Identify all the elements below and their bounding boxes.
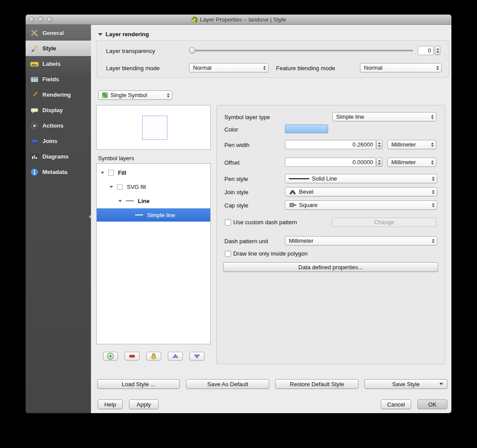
load-style-button[interactable]: Load Style ... bbox=[97, 379, 180, 389]
tree-row-line[interactable]: Line bbox=[97, 194, 210, 207]
data-defined-properties-button[interactable]: Data defined properties... bbox=[223, 262, 438, 272]
combo-arrows-icon bbox=[167, 93, 170, 98]
cap-style-value: Square bbox=[299, 202, 318, 208]
pen-width-field[interactable]: 0.26000 bbox=[285, 140, 376, 149]
arrow-up-icon bbox=[171, 352, 179, 360]
pen-style-value: Solid Line bbox=[312, 175, 337, 182]
actions-gear-icon bbox=[30, 121, 39, 130]
custom-dash-checkbox[interactable] bbox=[225, 219, 231, 226]
plus-icon bbox=[106, 352, 114, 360]
solid-line-sample-icon bbox=[289, 178, 309, 179]
offset-stepper[interactable] bbox=[376, 158, 382, 167]
sidebar-item-style[interactable]: Style bbox=[26, 41, 91, 56]
sidebar-item-label: Display bbox=[42, 107, 63, 113]
color-label: Color bbox=[224, 126, 238, 133]
sidebar-item-metadata[interactable]: Metadata bbox=[26, 164, 91, 180]
fill-swatch-icon bbox=[108, 170, 114, 176]
add-symbol-layer-button[interactable] bbox=[103, 352, 118, 361]
load-style-label: Load Style ... bbox=[122, 381, 155, 388]
offset-unit-select[interactable]: Millimeter bbox=[387, 158, 436, 167]
stepper-down-icon[interactable] bbox=[436, 51, 439, 53]
sidebar-item-diagrams[interactable]: Diagrams bbox=[26, 149, 91, 164]
cap-style-select[interactable]: Square bbox=[285, 200, 437, 210]
wrench-hammer-icon bbox=[30, 29, 39, 38]
qgis-app-icon bbox=[191, 16, 198, 23]
pen-width-stepper[interactable] bbox=[376, 140, 382, 149]
tree-row-label: Simple line bbox=[147, 212, 175, 218]
minus-icon bbox=[128, 352, 136, 360]
expand-triangle-icon[interactable] bbox=[101, 172, 104, 174]
color-swatch-button[interactable] bbox=[285, 124, 328, 133]
cancel-button[interactable]: Cancel bbox=[381, 399, 411, 409]
transparency-slider-track[interactable] bbox=[189, 50, 413, 52]
line-swatch-icon bbox=[126, 200, 134, 201]
splitter-handle[interactable] bbox=[89, 215, 91, 219]
offset-field[interactable]: 0.00000 bbox=[285, 158, 376, 167]
move-up-button[interactable] bbox=[168, 352, 183, 361]
transparency-slider-thumb[interactable] bbox=[189, 47, 196, 54]
tree-row-simple-line[interactable]: Simple line bbox=[97, 208, 210, 222]
remove-symbol-layer-button[interactable] bbox=[125, 352, 140, 361]
window-title: Layer Properties – landuse | Style bbox=[200, 16, 286, 23]
lock-color-button[interactable] bbox=[146, 352, 161, 361]
restore-default-label: Restore Default Style bbox=[290, 381, 344, 388]
collapse-triangle-icon bbox=[98, 33, 102, 36]
renderer-select[interactable]: Single Symbol bbox=[98, 90, 172, 100]
draw-inside-polygon-checkbox[interactable] bbox=[225, 251, 231, 257]
tree-row-svg-fill[interactable]: SVG fill bbox=[97, 180, 210, 193]
sidebar-item-joins[interactable]: Joins bbox=[26, 133, 91, 149]
apply-button[interactable]: Apply bbox=[129, 399, 159, 409]
symbol-preview-polygon bbox=[142, 116, 167, 140]
sidebar-item-labels[interactable]: abc Labels bbox=[26, 56, 91, 72]
sidebar-item-label: Metadata bbox=[42, 169, 67, 175]
stepper-up-icon[interactable] bbox=[378, 142, 381, 144]
change-dash-button[interactable]: Change bbox=[332, 218, 436, 227]
sidebar-item-general[interactable]: General bbox=[26, 25, 91, 41]
layer-transparency-label: Layer transparency bbox=[106, 48, 155, 54]
pen-width-unit-value: Millimeter bbox=[391, 141, 416, 148]
layer-rendering-header[interactable]: Layer rendering bbox=[98, 31, 149, 38]
sidebar-item-display[interactable]: Display bbox=[26, 102, 91, 118]
symbol-layer-type-select[interactable]: Simple line bbox=[332, 112, 436, 121]
save-as-default-button[interactable]: Save As Default bbox=[186, 379, 269, 389]
feature-blending-label: Feature blending mode bbox=[276, 65, 335, 72]
change-button-label: Change bbox=[374, 219, 394, 226]
restore-default-style-button[interactable]: Restore Default Style bbox=[275, 379, 359, 389]
pen-style-select[interactable]: Solid Line bbox=[285, 174, 437, 183]
transparency-stepper[interactable] bbox=[435, 46, 440, 55]
renderer-value: Single Symbol bbox=[110, 92, 147, 98]
dash-pattern-unit-select[interactable]: Millimeter bbox=[285, 236, 437, 245]
join-style-select[interactable]: Bevel bbox=[285, 187, 437, 196]
combo-arrows-icon bbox=[432, 190, 435, 194]
dash-pattern-unit-value: Millimeter bbox=[289, 237, 314, 244]
pen-width-unit-select[interactable]: Millimeter bbox=[387, 140, 436, 149]
feature-blending-select[interactable]: Normal bbox=[360, 63, 442, 72]
stepper-up-icon[interactable] bbox=[378, 160, 381, 162]
sidebar-item-rendering[interactable]: Rendering bbox=[26, 87, 91, 102]
sidebar-item-label: General bbox=[42, 30, 64, 36]
combo-arrows-icon bbox=[431, 115, 434, 119]
sidebar-item-label: Fields bbox=[42, 76, 59, 83]
save-style-button[interactable]: Save Style bbox=[364, 379, 447, 389]
ok-button[interactable]: OK bbox=[417, 399, 447, 409]
move-down-button[interactable] bbox=[189, 352, 204, 361]
sidebar-item-actions[interactable]: Actions bbox=[26, 118, 91, 133]
layer-blending-select[interactable]: Normal bbox=[189, 63, 269, 72]
window-titlebar[interactable]: Layer Properties – landuse | Style bbox=[26, 15, 451, 25]
symbol-layer-type-label: Symbol layer type bbox=[224, 114, 270, 120]
custom-dash-label: Use custom dash pattern bbox=[233, 219, 297, 226]
help-label: Help bbox=[104, 401, 116, 408]
tree-row-fill[interactable]: Fill bbox=[97, 166, 210, 179]
offset-label: Offset bbox=[224, 159, 239, 166]
stepper-up-icon[interactable] bbox=[436, 48, 439, 50]
expand-triangle-icon[interactable] bbox=[118, 200, 122, 202]
stepper-down-icon[interactable] bbox=[378, 163, 381, 165]
help-button[interactable]: Help bbox=[98, 399, 123, 409]
cap-style-label: Cap style bbox=[224, 202, 248, 209]
sidebar-item-fields[interactable]: Fields bbox=[26, 72, 91, 87]
transparency-value-field[interactable]: 0 bbox=[418, 46, 434, 55]
simple-line-swatch-icon bbox=[135, 215, 143, 215]
stepper-down-icon[interactable] bbox=[378, 145, 381, 147]
expand-triangle-icon[interactable] bbox=[110, 186, 113, 188]
abc-labels-icon: abc bbox=[30, 60, 39, 68]
